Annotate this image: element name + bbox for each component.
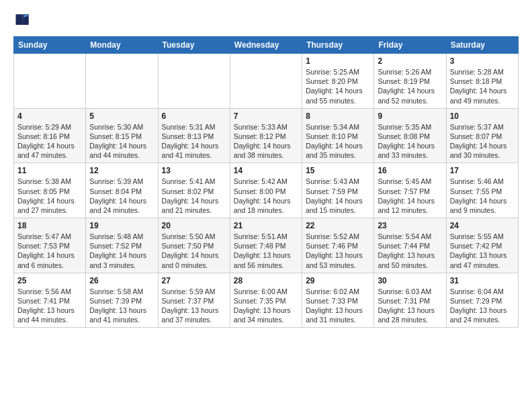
day-of-week-thursday: Thursday: [302, 37, 374, 54]
day-info: Sunrise: 6:04 AM Sunset: 7:29 PM Dayligh…: [450, 287, 515, 325]
day-number: 29: [306, 276, 370, 285]
day-info: Sunrise: 5:59 AM Sunset: 7:37 PM Dayligh…: [162, 287, 226, 325]
week-row-1: 4Sunrise: 5:29 AM Sunset: 8:16 PM Daylig…: [14, 108, 519, 163]
day-number: 15: [306, 166, 370, 175]
calendar-cell: 25Sunrise: 5:56 AM Sunset: 7:41 PM Dayli…: [14, 273, 86, 328]
calendar-cell: 15Sunrise: 5:43 AM Sunset: 7:59 PM Dayli…: [302, 163, 374, 218]
day-number: 30: [378, 276, 442, 285]
day-number: 24: [450, 221, 515, 230]
day-of-week-tuesday: Tuesday: [158, 37, 230, 54]
day-info: Sunrise: 5:50 AM Sunset: 7:50 PM Dayligh…: [162, 232, 226, 270]
calendar-cell: 26Sunrise: 5:58 AM Sunset: 7:39 PM Dayli…: [86, 273, 158, 328]
day-number: 18: [17, 221, 82, 230]
page: SundayMondayTuesdayWednesdayThursdayFrid…: [0, 0, 532, 336]
day-number: 9: [378, 111, 442, 121]
day-of-week-friday: Friday: [374, 37, 446, 54]
calendar-cell: 29Sunrise: 6:02 AM Sunset: 7:33 PM Dayli…: [302, 273, 374, 328]
calendar-cell: 20Sunrise: 5:50 AM Sunset: 7:50 PM Dayli…: [158, 218, 230, 273]
day-number: 17: [450, 166, 515, 175]
calendar-cell: 18Sunrise: 5:47 AM Sunset: 7:53 PM Dayli…: [14, 218, 86, 273]
day-of-week-sunday: Sunday: [14, 37, 86, 54]
day-info: Sunrise: 5:43 AM Sunset: 7:59 PM Dayligh…: [306, 177, 370, 215]
calendar-cell: 7Sunrise: 5:33 AM Sunset: 8:12 PM Daylig…: [230, 108, 302, 163]
day-number: 11: [17, 166, 82, 175]
day-info: Sunrise: 5:47 AM Sunset: 7:53 PM Dayligh…: [17, 232, 82, 270]
day-number: 31: [450, 276, 515, 285]
day-info: Sunrise: 5:26 AM Sunset: 8:19 PM Dayligh…: [378, 67, 442, 105]
day-info: Sunrise: 5:45 AM Sunset: 7:57 PM Dayligh…: [378, 177, 442, 215]
calendar-cell: 2Sunrise: 5:26 AM Sunset: 8:19 PM Daylig…: [374, 54, 446, 109]
calendar-cell: 21Sunrise: 5:51 AM Sunset: 7:48 PM Dayli…: [230, 218, 302, 273]
day-info: Sunrise: 5:56 AM Sunset: 7:41 PM Dayligh…: [17, 287, 82, 325]
calendar-cell: 19Sunrise: 5:48 AM Sunset: 7:52 PM Dayli…: [86, 218, 158, 273]
day-info: Sunrise: 6:00 AM Sunset: 7:35 PM Dayligh…: [234, 287, 298, 325]
day-of-week-saturday: Saturday: [446, 37, 518, 54]
calendar-cell: 23Sunrise: 5:54 AM Sunset: 7:44 PM Dayli…: [374, 218, 446, 273]
calendar-cell: 3Sunrise: 5:28 AM Sunset: 8:18 PM Daylig…: [446, 54, 518, 109]
calendar-body: 1Sunrise: 5:25 AM Sunset: 8:20 PM Daylig…: [14, 54, 519, 328]
logo: [13, 11, 35, 30]
day-number: 19: [89, 221, 154, 230]
day-info: Sunrise: 6:02 AM Sunset: 7:33 PM Dayligh…: [306, 287, 370, 325]
day-info: Sunrise: 5:52 AM Sunset: 7:46 PM Dayligh…: [306, 232, 370, 270]
day-number: 20: [162, 221, 226, 230]
day-number: 7: [234, 111, 298, 121]
day-info: Sunrise: 5:48 AM Sunset: 7:52 PM Dayligh…: [89, 232, 154, 270]
day-number: 1: [306, 56, 370, 66]
day-info: Sunrise: 5:25 AM Sunset: 8:20 PM Dayligh…: [306, 67, 370, 105]
day-number: 6: [162, 111, 226, 121]
calendar: SundayMondayTuesdayWednesdayThursdayFrid…: [13, 36, 519, 328]
day-of-week-wednesday: Wednesday: [230, 37, 302, 54]
day-number: 26: [89, 276, 154, 285]
calendar-cell: 5Sunrise: 5:30 AM Sunset: 8:15 PM Daylig…: [86, 108, 158, 163]
calendar-cell: 11Sunrise: 5:38 AM Sunset: 8:05 PM Dayli…: [14, 163, 86, 218]
day-info: Sunrise: 5:34 AM Sunset: 8:10 PM Dayligh…: [306, 122, 370, 161]
calendar-cell: 17Sunrise: 5:46 AM Sunset: 7:55 PM Dayli…: [446, 163, 518, 218]
day-info: Sunrise: 5:46 AM Sunset: 7:55 PM Dayligh…: [450, 177, 515, 215]
day-of-week-row: SundayMondayTuesdayWednesdayThursdayFrid…: [14, 37, 519, 54]
day-info: Sunrise: 5:55 AM Sunset: 7:42 PM Dayligh…: [450, 232, 515, 270]
day-info: Sunrise: 5:31 AM Sunset: 8:13 PM Dayligh…: [162, 122, 226, 161]
day-number: 14: [234, 166, 298, 175]
day-number: 22: [306, 221, 370, 230]
day-info: Sunrise: 5:39 AM Sunset: 8:04 PM Dayligh…: [89, 177, 154, 215]
week-row-2: 11Sunrise: 5:38 AM Sunset: 8:05 PM Dayli…: [14, 163, 519, 218]
calendar-cell: 8Sunrise: 5:34 AM Sunset: 8:10 PM Daylig…: [302, 108, 374, 163]
day-number: 16: [378, 166, 442, 175]
calendar-cell: 14Sunrise: 5:42 AM Sunset: 8:00 PM Dayli…: [230, 163, 302, 218]
day-info: Sunrise: 5:30 AM Sunset: 8:15 PM Dayligh…: [89, 122, 154, 161]
day-number: 28: [234, 276, 298, 285]
day-info: Sunrise: 5:58 AM Sunset: 7:39 PM Dayligh…: [89, 287, 154, 325]
calendar-cell: [230, 54, 302, 109]
day-info: Sunrise: 5:35 AM Sunset: 8:08 PM Dayligh…: [378, 122, 442, 161]
calendar-cell: [158, 54, 230, 109]
calendar-cell: [14, 54, 86, 109]
calendar-cell: 16Sunrise: 5:45 AM Sunset: 7:57 PM Dayli…: [374, 163, 446, 218]
day-info: Sunrise: 5:51 AM Sunset: 7:48 PM Dayligh…: [234, 232, 298, 270]
day-info: Sunrise: 5:28 AM Sunset: 8:18 PM Dayligh…: [450, 67, 515, 105]
calendar-cell: 31Sunrise: 6:04 AM Sunset: 7:29 PM Dayli…: [446, 273, 518, 328]
day-info: Sunrise: 5:38 AM Sunset: 8:05 PM Dayligh…: [17, 177, 82, 215]
day-number: 3: [450, 56, 515, 66]
week-row-4: 25Sunrise: 5:56 AM Sunset: 7:41 PM Dayli…: [14, 273, 519, 328]
calendar-cell: 4Sunrise: 5:29 AM Sunset: 8:16 PM Daylig…: [14, 108, 86, 163]
header: [13, 11, 519, 30]
day-info: Sunrise: 5:41 AM Sunset: 8:02 PM Dayligh…: [162, 177, 226, 215]
day-number: 25: [17, 276, 82, 285]
calendar-cell: 30Sunrise: 6:03 AM Sunset: 7:31 PM Dayli…: [374, 273, 446, 328]
calendar-cell: 22Sunrise: 5:52 AM Sunset: 7:46 PM Dayli…: [302, 218, 374, 273]
logo-icon: [13, 11, 32, 30]
day-info: Sunrise: 5:29 AM Sunset: 8:16 PM Dayligh…: [17, 122, 82, 161]
day-number: 4: [17, 111, 82, 121]
calendar-cell: 1Sunrise: 5:25 AM Sunset: 8:20 PM Daylig…: [302, 54, 374, 109]
calendar-cell: 13Sunrise: 5:41 AM Sunset: 8:02 PM Dayli…: [158, 163, 230, 218]
day-of-week-monday: Monday: [86, 37, 158, 54]
day-info: Sunrise: 5:54 AM Sunset: 7:44 PM Dayligh…: [378, 232, 442, 270]
calendar-cell: 10Sunrise: 5:37 AM Sunset: 8:07 PM Dayli…: [446, 108, 518, 163]
day-number: 23: [378, 221, 442, 230]
day-info: Sunrise: 5:33 AM Sunset: 8:12 PM Dayligh…: [234, 122, 298, 161]
calendar-cell: 9Sunrise: 5:35 AM Sunset: 8:08 PM Daylig…: [374, 108, 446, 163]
day-number: 2: [378, 56, 442, 66]
calendar-cell: [86, 54, 158, 109]
calendar-cell: 27Sunrise: 5:59 AM Sunset: 7:37 PM Dayli…: [158, 273, 230, 328]
